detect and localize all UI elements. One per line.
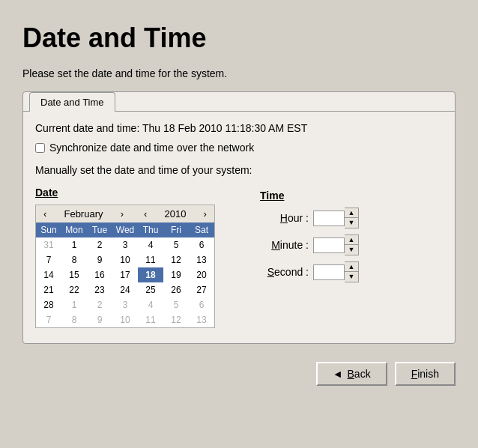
minute-input[interactable]: 14	[313, 237, 345, 253]
cal-header-sat: Sat	[189, 223, 214, 237]
calendar-day[interactable]: 9	[87, 252, 112, 267]
calendar-day[interactable]: 6	[189, 297, 214, 312]
calendar-day[interactable]: 11	[138, 252, 163, 267]
tab-container: Date and Time Current date and time: Thu…	[22, 91, 456, 344]
calendar-week-2: 14151617181920	[36, 267, 214, 282]
tab-date-and-time[interactable]: Date and Time	[29, 92, 115, 112]
calendar-day[interactable]: 26	[163, 282, 189, 297]
hour-down-button[interactable]: ▼	[345, 218, 358, 228]
calendar-day[interactable]: 4	[138, 297, 163, 312]
calendar-day[interactable]: 1	[61, 297, 87, 312]
calendar: ‹ February › ‹ 2010 › SunMonTueWedT	[35, 205, 215, 328]
calendar-day[interactable]: 10	[112, 312, 138, 327]
calendar-day[interactable]: 27	[189, 282, 214, 297]
manual-label: Manually set the date and time of your s…	[35, 164, 443, 176]
second-up-button[interactable]: ▲	[345, 262, 358, 272]
calendar-grid: SunMonTueWedThuFriSat 311234567891011121…	[36, 223, 214, 327]
sync-label: Synchronize date and time over the netwo…	[49, 142, 254, 154]
hour-up-button[interactable]: ▲	[345, 208, 358, 218]
year-label: 2010	[165, 208, 187, 220]
date-section-title: Date	[35, 187, 215, 199]
cal-header-tue: Tue	[87, 223, 112, 237]
calendar-day[interactable]: 13	[189, 252, 214, 267]
calendar-day[interactable]: 17	[112, 267, 138, 282]
next-year-button[interactable]: ›	[201, 208, 210, 220]
calendar-day[interactable]: 14	[36, 267, 61, 282]
calendar-day[interactable]: 3	[112, 297, 138, 312]
calendar-week-4: 28123456	[36, 297, 214, 312]
next-month-button[interactable]: ›	[118, 208, 127, 220]
calendar-day[interactable]: 13	[189, 312, 214, 327]
calendar-day[interactable]: 25	[138, 282, 163, 297]
calendar-day[interactable]: 18	[138, 267, 163, 282]
calendar-day[interactable]: 22	[61, 282, 87, 297]
second-input[interactable]: 57	[313, 264, 345, 280]
calendar-day[interactable]: 4	[138, 237, 163, 252]
calendar-section: Date ‹ February › ‹ 2010 ›	[35, 187, 215, 328]
cal-header-wed: Wed	[112, 223, 138, 237]
date-time-row: Date ‹ February › ‹ 2010 ›	[35, 187, 443, 328]
calendar-day[interactable]: 2	[87, 297, 112, 312]
calendar-headers: SunMonTueWedThuFriSat	[36, 223, 214, 237]
hour-spinner-buttons: ▲ ▼	[345, 208, 359, 228]
calendar-day[interactable]: 10	[112, 252, 138, 267]
calendar-day[interactable]: 16	[87, 267, 112, 282]
cal-header-sun: Sun	[36, 223, 61, 237]
time-section: Time Hour : 11 ▲ ▼ Minute :	[260, 187, 359, 288]
calendar-week-3: 21222324252627	[36, 282, 214, 297]
prev-year-button[interactable]: ‹	[141, 208, 150, 220]
calendar-nav: ‹ February › ‹ 2010 ›	[36, 205, 214, 223]
sync-checkbox[interactable]	[35, 143, 45, 153]
calendar-week-5: 78910111213	[36, 312, 214, 327]
cal-header-mon: Mon	[61, 223, 87, 237]
calendar-day[interactable]: 23	[87, 282, 112, 297]
hour-input[interactable]: 11	[313, 211, 345, 226]
calendar-day[interactable]: 6	[189, 237, 214, 252]
minute-spinner-buttons: ▲ ▼	[345, 234, 359, 255]
cal-header-fri: Fri	[163, 223, 189, 237]
calendar-day[interactable]: 31	[36, 237, 61, 252]
calendar-body: 3112345678910111213141516171819202122232…	[36, 237, 214, 327]
finish-button[interactable]: Finish	[395, 362, 456, 386]
calendar-day[interactable]: 8	[61, 252, 87, 267]
calendar-day[interactable]: 11	[138, 312, 163, 327]
calendar-day[interactable]: 19	[163, 267, 189, 282]
hour-spinner: 11 ▲ ▼	[313, 208, 359, 228]
second-spinner-buttons: ▲ ▼	[345, 261, 359, 282]
calendar-day[interactable]: 12	[163, 312, 189, 327]
page-title: Date and Time	[22, 22, 456, 54]
back-icon: ◄	[333, 368, 343, 380]
hour-label: Hour :	[260, 212, 309, 224]
calendar-day[interactable]: 5	[163, 297, 189, 312]
calendar-day[interactable]: 21	[36, 282, 61, 297]
bottom-bar: ◄ Back Finish	[22, 362, 456, 386]
prev-month-button[interactable]: ‹	[40, 208, 49, 220]
second-spinner: 57 ▲ ▼	[313, 261, 359, 282]
minute-up-button[interactable]: ▲	[345, 235, 358, 245]
calendar-day[interactable]: 1	[61, 237, 87, 252]
minute-down-button[interactable]: ▼	[345, 245, 358, 255]
calendar-day[interactable]: 3	[112, 237, 138, 252]
calendar-day[interactable]: 12	[163, 252, 189, 267]
calendar-day[interactable]: 7	[36, 252, 61, 267]
calendar-day[interactable]: 28	[36, 297, 61, 312]
calendar-day[interactable]: 20	[189, 267, 214, 282]
hour-row: Hour : 11 ▲ ▼	[260, 208, 359, 228]
calendar-day[interactable]: 8	[61, 312, 87, 327]
minute-row: Minute : 14 ▲ ▼	[260, 234, 359, 255]
current-time-value: Thu 18 Feb 2010 11:18:30 AM EST	[142, 122, 307, 134]
second-down-button[interactable]: ▼	[345, 272, 358, 282]
calendar-day[interactable]: 15	[61, 267, 87, 282]
tab-header: Date and Time	[23, 92, 455, 111]
calendar-day[interactable]: 9	[87, 312, 112, 327]
calendar-day[interactable]: 7	[36, 312, 61, 327]
calendar-year: 2010	[165, 208, 187, 220]
calendar-day[interactable]: 5	[163, 237, 189, 252]
current-time-row: Current date and time: Thu 18 Feb 2010 1…	[35, 122, 443, 134]
calendar-month: February	[64, 208, 103, 220]
calendar-day[interactable]: 2	[87, 237, 112, 252]
minute-label: Minute :	[260, 239, 309, 251]
calendar-day[interactable]: 24	[112, 282, 138, 297]
calendar-week-1: 78910111213	[36, 252, 214, 267]
back-button[interactable]: ◄ Back	[316, 362, 387, 386]
